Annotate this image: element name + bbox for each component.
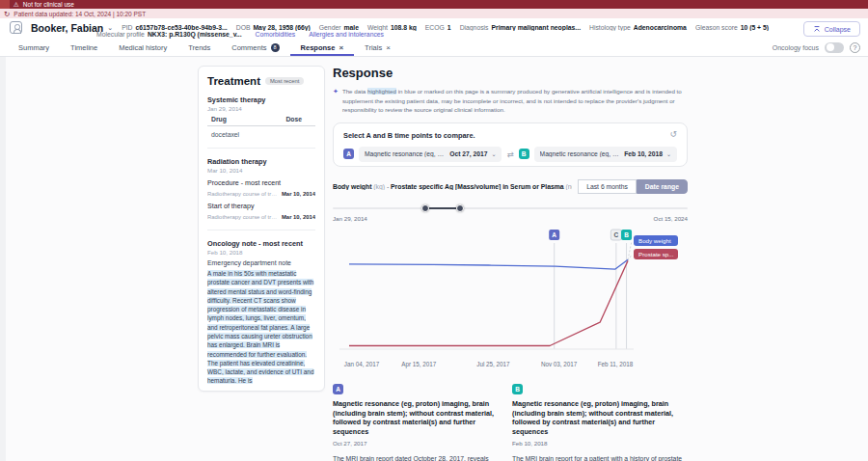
time-point-detail-card: A Magnetic resonance (eg, proton) imagin… xyxy=(333,384,499,461)
oncology-note-date: Feb 10, 2018 xyxy=(207,249,315,256)
chevron-down-icon: ⌄ xyxy=(491,150,496,157)
radiation-entry-subheading: Procedure - most recent xyxy=(207,179,315,187)
patient-data-updated-bar: ↻ Patient data updated: 14 Oct, 2024 | 1… xyxy=(0,9,868,18)
tab[interactable]: Comments 8 xyxy=(221,39,289,56)
tab[interactable]: Trials × xyxy=(354,39,401,56)
disclaimer-text: The data highlighted in blue or marked o… xyxy=(342,87,688,115)
reset-icon[interactable]: ↺ xyxy=(669,129,677,139)
slider-handle-right[interactable] xyxy=(456,204,464,212)
table-row: docetaxel xyxy=(207,126,315,138)
radiation-entry: Start of therapy Radiotherapy course of … xyxy=(207,203,315,220)
slider-selected-range[interactable] xyxy=(425,207,461,209)
patient-header-row2: Molecular profileNKX3: p.R130Q (missense… xyxy=(96,31,384,38)
tab-label: Trials xyxy=(365,43,382,52)
radiation-entry-name: Radiotherapy course of treatment xyxy=(207,214,278,220)
patient-field: Gleason score10 (5 + 5) xyxy=(695,24,769,31)
oncology-note-subheading: Emergency department note xyxy=(207,259,315,266)
patient-field: DiagnosisPrimary malignant neoplas... xyxy=(460,24,581,31)
field-label: Histology type xyxy=(589,24,631,31)
patient-field: Gendermale xyxy=(319,24,359,31)
tabs: Summary Timeline Medical history xyxy=(8,39,401,56)
detail-card-badge: B xyxy=(512,384,523,394)
patient-link[interactable]: Allergies and intolerances xyxy=(309,31,384,38)
patient-link[interactable]: Comorbidities xyxy=(256,31,296,38)
systemic-therapy-heading: Systemic therapy xyxy=(207,95,315,104)
chart-title: Body weight (kg) - Prostate specific Ag … xyxy=(333,183,572,190)
patient-field: Weight108.8 kg xyxy=(367,24,417,31)
ai-disclaimer: ✦ The data highlighted in blue or marked… xyxy=(333,87,688,115)
study-title: Magnetic resonance (eg, proton) imaging,… xyxy=(333,399,499,437)
response-panel: Response ✦ The data highlighted in blue … xyxy=(333,57,688,461)
range-button[interactable]: Date range xyxy=(637,179,688,194)
tabbar-right-controls: Oncology focus ? xyxy=(773,39,868,56)
range-button[interactable]: Last 6 months xyxy=(578,179,637,194)
collapsed-left-rail xyxy=(0,57,6,461)
tab[interactable]: Summary xyxy=(8,39,60,56)
study-title: Magnetic resonance (eg, proton) imaging,… xyxy=(512,399,688,437)
field-value: 10 (5 + 5) xyxy=(741,24,769,31)
treatment-card: Treatment Most recent Systemic therapy J… xyxy=(198,66,325,392)
highlighted-word: highlighted xyxy=(367,88,396,95)
tab[interactable]: Response × xyxy=(290,39,355,56)
collapse-icon xyxy=(813,25,821,33)
slider-track[interactable] xyxy=(333,207,688,209)
compare-time-points-card: Select A and B time points to compare. ↺… xyxy=(333,122,688,167)
drug-column-header: Drug xyxy=(211,116,227,122)
close-icon[interactable]: × xyxy=(386,43,391,52)
oncology-note-heading: Oncology note - most recent xyxy=(207,239,315,248)
svg-text:Jul 25, 2017: Jul 25, 2017 xyxy=(476,361,510,367)
patient-field: ECOG1 xyxy=(425,24,451,31)
chevron-down-icon: ⌄ xyxy=(666,150,671,157)
close-icon[interactable]: × xyxy=(339,43,343,52)
time-point-a-label: Magnetic resonance (eg, proton) imagi... xyxy=(365,150,446,157)
collapse-button[interactable]: Collapse xyxy=(803,21,860,37)
patient-fields: PIDc6157b78-ce53-40be-94b9-3... DOBMay 2… xyxy=(122,24,772,31)
patient-name[interactable]: Booker, Fabian xyxy=(31,22,103,34)
oncology-focus-toggle[interactable] xyxy=(825,42,844,53)
field-label: Gender xyxy=(319,24,341,31)
radiation-entry-date: Mar 10, 2014 xyxy=(282,214,315,220)
help-icon[interactable]: ? xyxy=(850,42,860,53)
drug-name: docetaxel xyxy=(211,131,239,138)
field-label: Gleason score xyxy=(695,24,738,31)
swap-icon[interactable]: ⇄ xyxy=(506,149,513,159)
field-value: NKX3: p.R130Q (missense_v... xyxy=(148,31,242,38)
field-label: Diagnosis xyxy=(460,24,489,31)
tab[interactable]: Trends xyxy=(177,39,221,56)
date-range-slider[interactable] xyxy=(333,204,688,212)
tab-bar: Summary Timeline Medical history xyxy=(0,39,868,57)
report-summary-text: The MRI brain report for a patient with … xyxy=(512,454,688,461)
treatment-title: Treatment xyxy=(207,75,260,87)
tab[interactable]: Medical history xyxy=(108,39,177,56)
field-label: ECOG xyxy=(425,24,445,31)
radiation-entries: Procedure - most recent Radiotherapy cou… xyxy=(207,179,315,220)
collapse-label: Collapse xyxy=(825,26,851,33)
radiation-entry-date: Mar 10, 2014 xyxy=(282,191,315,197)
field-value: May 28, 1958 (66y) xyxy=(253,24,310,31)
oncology-focus-label: Oncology focus xyxy=(773,44,819,51)
badge-a: A xyxy=(343,149,354,159)
divider xyxy=(207,230,315,230)
oncology-note-text: A male in his 50s with metastatic prosta… xyxy=(207,269,315,386)
time-point-b-select[interactable]: Magnetic resonance (eg, proton) imagi...… xyxy=(534,147,677,162)
field-value: Primary malignant neoplas... xyxy=(491,24,581,31)
radiation-entry-subheading: Start of therapy xyxy=(207,203,315,210)
chart-header: Body weight (kg) - Prostate specific Ag … xyxy=(333,179,688,194)
tab-label: Trends xyxy=(188,43,210,52)
study-date: Feb 10, 2018 xyxy=(512,440,688,447)
banner-text: Not for clinical use xyxy=(23,1,74,8)
time-point-a-select[interactable]: Magnetic resonance (eg, proton) imagi...… xyxy=(359,147,502,162)
patient-field: PIDc6157b78-ce53-40be-94b9-3... xyxy=(122,24,228,31)
legend-pill[interactable]: Prostate sp... xyxy=(634,249,678,259)
tab[interactable]: Timeline xyxy=(60,39,108,56)
legend-pill[interactable]: Body weight xyxy=(634,235,678,246)
svg-text:B: B xyxy=(624,231,629,238)
svg-text:C: C xyxy=(614,231,619,238)
compare-heading: Select A and B time points to compare. xyxy=(343,131,677,140)
drug-table-rows: docetaxel xyxy=(207,126,315,138)
divider xyxy=(207,148,315,149)
slider-handle-left[interactable] xyxy=(421,204,429,212)
badge-b: B xyxy=(519,149,529,159)
refresh-icon[interactable]: ↻ xyxy=(4,10,10,18)
time-point-b-label: Magnetic resonance (eg, proton) imagi... xyxy=(540,150,621,157)
